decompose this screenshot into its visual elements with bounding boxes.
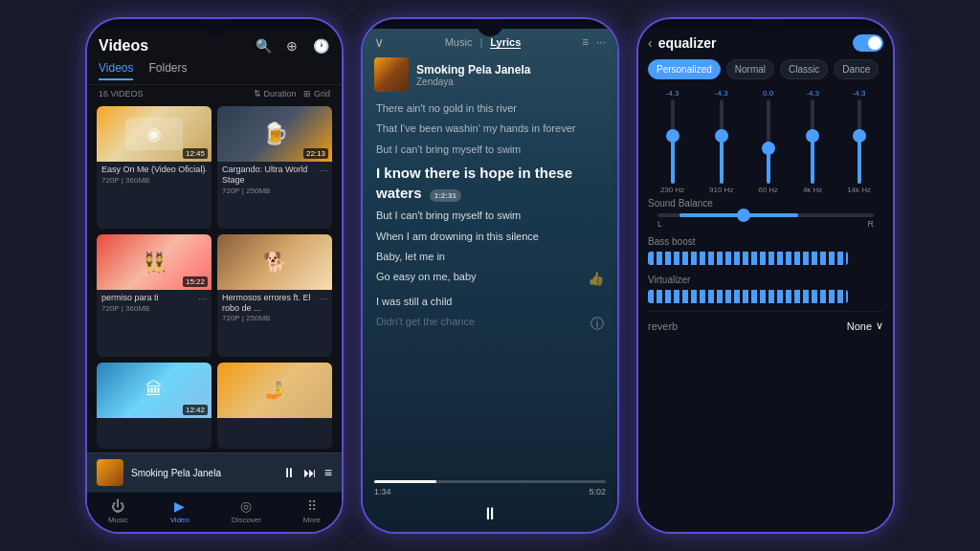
tab-folders[interactable]: Folders bbox=[148, 61, 187, 80]
balance-right: R bbox=[868, 219, 875, 229]
time-current: 1:34 bbox=[374, 487, 391, 496]
balance-labels: L R bbox=[657, 219, 874, 229]
virtualizer-label: Virtualizer bbox=[648, 275, 883, 285]
lyric-3: But I can't bring myself to swim bbox=[376, 143, 604, 157]
video-thumb-4: 🐕 bbox=[217, 234, 332, 290]
pause-icon[interactable]: ⏸ bbox=[282, 465, 296, 480]
video-more-3[interactable]: ⋯ bbox=[198, 294, 208, 304]
sort-label[interactable]: ⇅ Duration bbox=[254, 89, 297, 99]
bass-boost-section: Bass boost bbox=[648, 236, 883, 267]
videos-header: Videos 🔍 ⊕ 🕐 bbox=[87, 29, 342, 59]
eq-value-5: -4.3 bbox=[853, 89, 866, 98]
balance-left: L bbox=[657, 219, 662, 229]
video-item-1[interactable]: ◉ 12:45 Easy On Me (Video Oficial) 720P … bbox=[97, 106, 212, 229]
nav-discover[interactable]: ◎ Discover bbox=[232, 498, 261, 524]
eq-icon[interactable]: ≡ bbox=[582, 35, 589, 49]
eq-value-3: 0.0 bbox=[763, 89, 773, 98]
video-more-4[interactable]: ⋯ bbox=[319, 294, 328, 304]
now-playing-bar[interactable]: Smoking Pela Janela ⏸ ⏭ ≡ bbox=[87, 452, 342, 492]
search-icon[interactable]: 🔍 bbox=[254, 36, 273, 55]
video-icon: ▶ bbox=[174, 498, 185, 514]
now-playing-controls: ⏸ ⏭ ≡ bbox=[282, 465, 332, 480]
videos-count: 16 VIDEOS bbox=[99, 89, 144, 99]
skip-icon[interactable]: ⏭ bbox=[303, 465, 317, 480]
eq-band-4[interactable]: -4.3 4k Hz bbox=[803, 89, 822, 194]
nav-video-label: Video bbox=[170, 516, 189, 524]
back-icon[interactable]: ‹ bbox=[648, 35, 653, 51]
lyrics-content: There ain't no gold in this river That I… bbox=[363, 98, 617, 474]
pause-button[interactable]: ⏸ bbox=[481, 504, 499, 524]
eq-band-5[interactable]: -4.3 14k Hz bbox=[847, 89, 871, 194]
videos-tabs: Videos Folders bbox=[87, 59, 342, 85]
preset-personalized[interactable]: Personalized bbox=[648, 59, 721, 79]
preset-dance[interactable]: Dance bbox=[834, 59, 879, 79]
eq-band-3[interactable]: 0.0 60 Hz bbox=[758, 89, 778, 194]
video-duration-1: 12:45 bbox=[183, 148, 208, 159]
video-thumb-2: 🍺 22:13 bbox=[217, 106, 332, 162]
virtualizer-bar[interactable] bbox=[648, 290, 848, 303]
lyric-7: Baby, let me in bbox=[376, 250, 604, 264]
lyric-1: There ain't no gold in this river bbox=[376, 101, 604, 116]
eq-value-4: -4.3 bbox=[806, 89, 819, 98]
video-meta-4: 720P | 250MB bbox=[222, 314, 327, 322]
nav-video[interactable]: ▶ Video bbox=[170, 498, 189, 524]
eq-toggle[interactable] bbox=[853, 34, 883, 52]
music-icon: ⏻ bbox=[111, 498, 124, 514]
bass-boost-bar[interactable] bbox=[648, 252, 848, 265]
queue-icon[interactable]: ≡ bbox=[324, 465, 332, 480]
video-duration-5: 12:42 bbox=[183, 405, 208, 415]
now-playing-title: Smoking Pela Janela bbox=[131, 468, 275, 478]
down-arrow-icon[interactable]: ∨ bbox=[374, 34, 384, 50]
video-item-2[interactable]: 🍺 22:13 Cargando: Ultra World Stage 720P… bbox=[217, 106, 332, 229]
videos-grid: ◉ 12:45 Easy On Me (Video Oficial) 720P … bbox=[87, 102, 342, 452]
history-icon[interactable]: 🕐 bbox=[311, 36, 330, 55]
tab-lyrics[interactable]: Lyrics bbox=[490, 36, 521, 49]
video-more-1[interactable]: ⋯ bbox=[198, 165, 208, 176]
nav-music[interactable]: ⏻ Music bbox=[108, 498, 128, 524]
video-thumb-5: 🏛 12:42 bbox=[97, 363, 212, 418]
balance-thumb bbox=[737, 209, 750, 222]
info-icon[interactable]: ⓘ bbox=[590, 315, 604, 334]
phone-videos: Videos 🔍 ⊕ 🕐 Videos Folders 16 VIDEOS ⇅ … bbox=[85, 17, 344, 534]
balance-track[interactable] bbox=[657, 213, 874, 217]
reverb-value[interactable]: None ∨ bbox=[847, 320, 883, 332]
lyric-9: I was still a child bbox=[376, 295, 604, 309]
lyrics-progress: 1:34 5:02 bbox=[363, 474, 617, 500]
video-item-5[interactable]: 🏛 12:42 bbox=[97, 363, 212, 449]
tab-videos[interactable]: Videos bbox=[99, 61, 133, 80]
eq-freq-3: 60 Hz bbox=[758, 186, 778, 194]
videos-screen: Videos 🔍 ⊕ 🕐 Videos Folders 16 VIDEOS ⇅ … bbox=[87, 29, 342, 532]
eq-freq-5: 14k Hz bbox=[847, 186, 871, 194]
nav-music-label: Music bbox=[108, 516, 128, 524]
eq-freq-4: 4k Hz bbox=[803, 186, 822, 194]
eq-band-1[interactable]: -4.3 230 Hz bbox=[660, 89, 684, 194]
video-item-3[interactable]: 👯 15:22 permiso para ti 720P | 360MB ⋯ bbox=[97, 234, 212, 357]
lyric-10: Didn't get the chance ⓘ bbox=[376, 315, 604, 334]
lyrics-controls: ⏸ bbox=[363, 500, 617, 532]
video-meta-3: 720P | 360MB bbox=[101, 304, 207, 313]
like-icon[interactable]: 👍 bbox=[588, 270, 604, 289]
video-title-4: Hermosos errores ft. El robo de ... bbox=[222, 293, 327, 314]
video-meta-2: 720P | 250MB bbox=[222, 187, 327, 195]
more-dots-icon[interactable]: ··· bbox=[596, 35, 606, 49]
reverb-value-text: None bbox=[847, 320, 872, 332]
video-item-4[interactable]: 🐕 Hermosos errores ft. El robo de ... 72… bbox=[217, 234, 332, 357]
nav-more-label: More bbox=[303, 516, 321, 524]
eq-band-2[interactable]: -4.3 910 Hz bbox=[709, 89, 733, 194]
phone-lyrics: ∨ Music | Lyrics ≡ ··· Smoking Pela Jane… bbox=[361, 17, 619, 534]
video-item-6[interactable]: 🤳 bbox=[217, 363, 332, 449]
eq-freq-2: 910 Hz bbox=[709, 186, 733, 194]
song-details: Smoking Pela Janela Zendaya bbox=[416, 63, 530, 87]
videos-meta: 16 VIDEOS ⇅ Duration ⊞ Grid bbox=[87, 85, 342, 102]
video-more-2[interactable]: ⋯ bbox=[319, 165, 328, 176]
preset-classic[interactable]: Classic bbox=[780, 59, 828, 79]
song-title: Smoking Pela Janela bbox=[416, 63, 530, 77]
refresh-icon[interactable]: ⊕ bbox=[282, 36, 301, 55]
preset-normal[interactable]: Normal bbox=[726, 59, 774, 79]
bass-boost-label: Bass boost bbox=[648, 236, 883, 247]
tab-music[interactable]: Music bbox=[445, 36, 473, 48]
nav-more[interactable]: ⠿ More bbox=[303, 498, 321, 524]
progress-track[interactable] bbox=[374, 480, 606, 483]
grid-label[interactable]: ⊞ Grid bbox=[303, 89, 330, 99]
more-icon: ⠿ bbox=[307, 498, 317, 514]
